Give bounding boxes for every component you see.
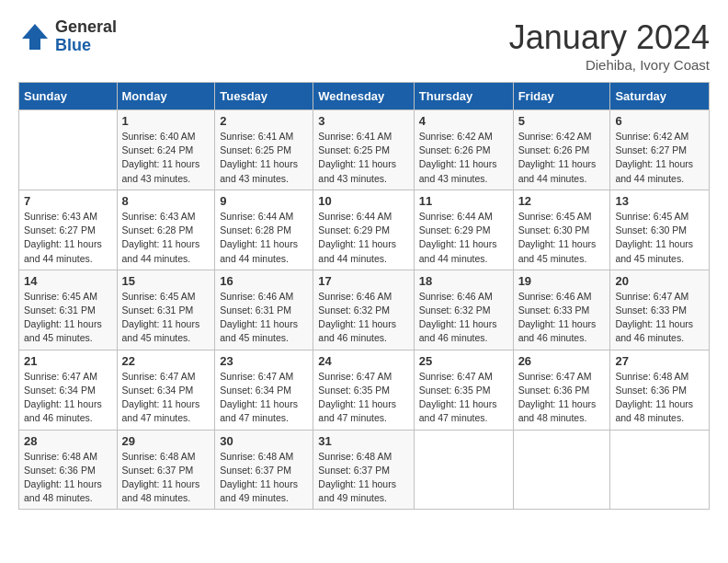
day-header-friday: Friday [513, 83, 610, 110]
day-header-wednesday: Wednesday [313, 83, 414, 110]
calendar-cell: 31Sunrise: 6:48 AMSunset: 6:37 PMDayligh… [313, 430, 414, 510]
day-number: 22 [122, 354, 210, 368]
day-number: 7 [24, 194, 112, 208]
calendar-cell: 1Sunrise: 6:40 AMSunset: 6:24 PMDaylight… [117, 110, 215, 190]
day-info: Sunrise: 6:48 AMSunset: 6:36 PMDaylight:… [615, 370, 704, 426]
calendar-cell [414, 430, 513, 510]
day-info: Sunrise: 6:47 AMSunset: 6:36 PMDaylight:… [518, 370, 606, 426]
calendar-cell: 18Sunrise: 6:46 AMSunset: 6:32 PMDayligh… [414, 270, 513, 350]
day-info: Sunrise: 6:47 AMSunset: 6:34 PMDaylight:… [220, 370, 308, 426]
calendar-cell: 2Sunrise: 6:41 AMSunset: 6:25 PMDaylight… [215, 110, 313, 190]
day-number: 15 [122, 274, 210, 288]
day-number: 16 [220, 274, 308, 288]
day-info: Sunrise: 6:45 AMSunset: 6:31 PMDaylight:… [24, 290, 112, 346]
calendar-cell: 5Sunrise: 6:42 AMSunset: 6:26 PMDaylight… [513, 110, 610, 190]
day-info: Sunrise: 6:42 AMSunset: 6:27 PMDaylight:… [615, 130, 704, 186]
calendar-body: 1Sunrise: 6:40 AMSunset: 6:24 PMDaylight… [19, 110, 710, 510]
calendar-cell: 14Sunrise: 6:45 AMSunset: 6:31 PMDayligh… [19, 270, 118, 350]
day-info: Sunrise: 6:42 AMSunset: 6:26 PMDaylight:… [518, 130, 606, 186]
day-number: 6 [615, 114, 704, 128]
logo-text: General Blue [55, 18, 117, 55]
calendar-cell: 27Sunrise: 6:48 AMSunset: 6:36 PMDayligh… [610, 350, 710, 430]
calendar-cell: 20Sunrise: 6:47 AMSunset: 6:33 PMDayligh… [610, 270, 710, 350]
day-number: 18 [419, 274, 508, 288]
calendar-cell [19, 110, 118, 190]
day-info: Sunrise: 6:45 AMSunset: 6:30 PMDaylight:… [518, 210, 606, 266]
day-number: 31 [318, 434, 408, 448]
calendar-table: SundayMondayTuesdayWednesdayThursdayFrid… [18, 82, 710, 510]
day-info: Sunrise: 6:44 AMSunset: 6:28 PMDaylight:… [220, 210, 308, 266]
calendar-cell: 16Sunrise: 6:46 AMSunset: 6:31 PMDayligh… [215, 270, 313, 350]
day-number: 30 [220, 434, 308, 448]
day-info: Sunrise: 6:47 AMSunset: 6:34 PMDaylight:… [122, 370, 210, 426]
day-info: Sunrise: 6:46 AMSunset: 6:32 PMDaylight:… [318, 290, 408, 346]
title-block: January 2024 Diehiba, Ivory Coast [509, 18, 710, 73]
day-number: 27 [615, 354, 704, 368]
day-number: 5 [518, 114, 606, 128]
calendar-cell: 8Sunrise: 6:43 AMSunset: 6:28 PMDaylight… [117, 190, 215, 270]
calendar-cell: 24Sunrise: 6:47 AMSunset: 6:35 PMDayligh… [313, 350, 414, 430]
day-info: Sunrise: 6:41 AMSunset: 6:25 PMDaylight:… [220, 130, 308, 186]
calendar-cell [610, 430, 710, 510]
day-info: Sunrise: 6:40 AMSunset: 6:24 PMDaylight:… [122, 130, 210, 186]
day-number: 19 [518, 274, 606, 288]
day-info: Sunrise: 6:48 AMSunset: 6:37 PMDaylight:… [122, 450, 210, 506]
calendar-cell: 19Sunrise: 6:46 AMSunset: 6:33 PMDayligh… [513, 270, 610, 350]
month-title: January 2024 [509, 18, 710, 57]
calendar-cell: 4Sunrise: 6:42 AMSunset: 6:26 PMDaylight… [414, 110, 513, 190]
day-number: 13 [615, 194, 704, 208]
day-number: 14 [24, 274, 112, 288]
day-number: 25 [419, 354, 508, 368]
day-number: 12 [518, 194, 606, 208]
calendar-cell [513, 430, 610, 510]
calendar-cell: 22Sunrise: 6:47 AMSunset: 6:34 PMDayligh… [117, 350, 215, 430]
day-info: Sunrise: 6:45 AMSunset: 6:31 PMDaylight:… [122, 290, 210, 346]
logo-blue: Blue [55, 37, 117, 55]
day-number: 29 [122, 434, 210, 448]
calendar-cell: 23Sunrise: 6:47 AMSunset: 6:34 PMDayligh… [215, 350, 313, 430]
day-info: Sunrise: 6:42 AMSunset: 6:26 PMDaylight:… [419, 130, 508, 186]
page-header: General Blue January 2024 Diehiba, Ivory… [18, 18, 710, 73]
day-info: Sunrise: 6:44 AMSunset: 6:29 PMDaylight:… [419, 210, 508, 266]
calendar-cell: 26Sunrise: 6:47 AMSunset: 6:36 PMDayligh… [513, 350, 610, 430]
day-number: 11 [419, 194, 508, 208]
day-info: Sunrise: 6:43 AMSunset: 6:28 PMDaylight:… [122, 210, 210, 266]
calendar-cell: 6Sunrise: 6:42 AMSunset: 6:27 PMDaylight… [610, 110, 710, 190]
day-info: Sunrise: 6:45 AMSunset: 6:30 PMDaylight:… [615, 210, 704, 266]
calendar-cell: 30Sunrise: 6:48 AMSunset: 6:37 PMDayligh… [215, 430, 313, 510]
calendar-cell: 29Sunrise: 6:48 AMSunset: 6:37 PMDayligh… [117, 430, 215, 510]
day-info: Sunrise: 6:46 AMSunset: 6:32 PMDaylight:… [419, 290, 508, 346]
logo: General Blue [18, 18, 117, 55]
day-number: 23 [220, 354, 308, 368]
day-number: 26 [518, 354, 606, 368]
day-header-sunday: Sunday [19, 83, 118, 110]
calendar-cell: 17Sunrise: 6:46 AMSunset: 6:32 PMDayligh… [313, 270, 414, 350]
day-info: Sunrise: 6:47 AMSunset: 6:34 PMDaylight:… [24, 370, 112, 426]
header-row: SundayMondayTuesdayWednesdayThursdayFrid… [19, 83, 710, 110]
calendar-cell: 13Sunrise: 6:45 AMSunset: 6:30 PMDayligh… [610, 190, 710, 270]
location: Diehiba, Ivory Coast [509, 57, 710, 73]
calendar-cell: 3Sunrise: 6:41 AMSunset: 6:25 PMDaylight… [313, 110, 414, 190]
logo-general: General [55, 18, 117, 37]
day-info: Sunrise: 6:46 AMSunset: 6:33 PMDaylight:… [518, 290, 606, 346]
day-info: Sunrise: 6:43 AMSunset: 6:27 PMDaylight:… [24, 210, 112, 266]
calendar-week-2: 7Sunrise: 6:43 AMSunset: 6:27 PMDaylight… [19, 190, 710, 270]
calendar-cell: 9Sunrise: 6:44 AMSunset: 6:28 PMDaylight… [215, 190, 313, 270]
calendar-cell: 21Sunrise: 6:47 AMSunset: 6:34 PMDayligh… [19, 350, 118, 430]
day-header-tuesday: Tuesday [215, 83, 313, 110]
calendar-week-5: 28Sunrise: 6:48 AMSunset: 6:36 PMDayligh… [19, 430, 710, 510]
day-info: Sunrise: 6:48 AMSunset: 6:36 PMDaylight:… [24, 450, 112, 506]
calendar-cell: 15Sunrise: 6:45 AMSunset: 6:31 PMDayligh… [117, 270, 215, 350]
calendar-cell: 12Sunrise: 6:45 AMSunset: 6:30 PMDayligh… [513, 190, 610, 270]
day-number: 1 [122, 114, 210, 128]
day-number: 8 [122, 194, 210, 208]
day-header-saturday: Saturday [610, 83, 710, 110]
day-info: Sunrise: 6:44 AMSunset: 6:29 PMDaylight:… [318, 210, 408, 266]
calendar-cell: 25Sunrise: 6:47 AMSunset: 6:35 PMDayligh… [414, 350, 513, 430]
calendar-cell: 7Sunrise: 6:43 AMSunset: 6:27 PMDaylight… [19, 190, 118, 270]
day-number: 24 [318, 354, 408, 368]
logo-icon [18, 20, 51, 53]
day-number: 4 [419, 114, 508, 128]
day-number: 28 [24, 434, 112, 448]
day-info: Sunrise: 6:47 AMSunset: 6:35 PMDaylight:… [419, 370, 508, 426]
